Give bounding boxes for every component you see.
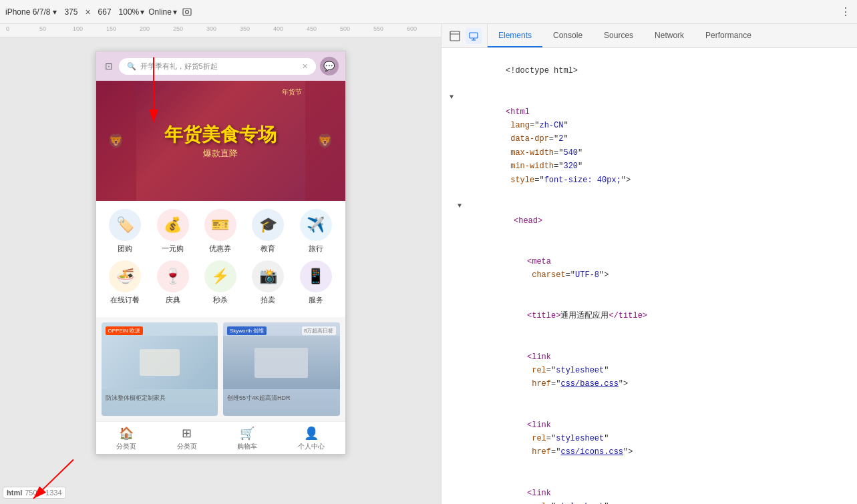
icon-circle: 🍜: [109, 260, 141, 292]
code-line-head: <head>: [442, 200, 857, 241]
icon-label: 教育: [261, 244, 275, 254]
banner-content: 年货美食专场 爆款直降: [164, 122, 277, 160]
svg-rect-5: [450, 31, 460, 41]
tab-sources[interactable]: Sources: [593, 24, 644, 47]
banner-year-text: 年货节: [282, 87, 302, 97]
ad-product-img: [140, 349, 180, 376]
tab-console[interactable]: Console: [542, 24, 593, 47]
phone-banner: 🦁 🦁 年货美食专场 爆款直降 年货节: [96, 81, 345, 201]
code-content: <head>: [466, 200, 852, 241]
height-input[interactable]: 667: [95, 7, 115, 17]
screenshot-icon[interactable]: [181, 6, 193, 18]
ad-text: 防沫整体橱柜定制家具: [106, 394, 166, 403]
phone-ads: OPPEIN 欧派 防沫整体橱柜定制家具 Skyworth 创维 8万超高日签 …: [96, 317, 345, 421]
main-area: 0 50 100 150 200 250 300 350 400 450 500…: [0, 24, 857, 504]
icon-circle: 🍷: [157, 260, 189, 292]
devtools-tab-icons: [442, 24, 488, 47]
browser-toolbar: iPhone 6/7/8 ▾ 375 × 667 100% ▾ Online ▾…: [0, 0, 857, 24]
icon-item-dingcan[interactable]: 🍜 在线订餐: [105, 260, 145, 305]
ad-badge-oppein: OPPEIN 欧派: [106, 326, 143, 335]
inspect-icon-btn[interactable]: [447, 28, 463, 44]
code-content: <html lang="zh-CN" data-dpr="2" max-widt…: [458, 91, 852, 200]
code-content: <link rel="stylesheet" href="css/base.cs…: [479, 336, 852, 405]
icon-label: 服务: [309, 295, 323, 305]
responsive-icon-btn[interactable]: [466, 28, 482, 44]
devtools-panel: Elements Console Sources Network Perform…: [441, 24, 857, 504]
icon-circle: 📸: [252, 260, 284, 292]
network-selector[interactable]: Online ▾: [148, 7, 177, 17]
search-placeholder-text: 开学季有礼，好货5折起: [140, 61, 218, 71]
icon-label: 团购: [118, 244, 132, 254]
code-line-link-base: <link rel="stylesheet" href="css/base.cs…: [442, 336, 857, 405]
icon-circle: 🎓: [252, 209, 284, 241]
nav-item-profile[interactable]: 👤 个人中心: [298, 426, 325, 451]
icon-item-paimai[interactable]: 📸 拍卖: [248, 260, 288, 305]
width-input[interactable]: 375: [61, 7, 81, 17]
icon-item-yiyuangou[interactable]: 💰 一元购: [153, 209, 193, 254]
zoom-dropdown-icon: ▾: [140, 7, 144, 17]
ad-image-area: [102, 336, 218, 389]
expand-icon[interactable]: ⊡: [103, 60, 115, 72]
icon-label: 秒杀: [213, 295, 228, 305]
device-selector[interactable]: iPhone 6/7/8 ▾: [5, 7, 57, 17]
icon-item-qingdian[interactable]: 🍷 庆典: [153, 260, 193, 305]
network-value: Online: [148, 7, 172, 17]
icon-label: 一元购: [162, 244, 184, 254]
html-dimensions: 750 × 1334: [25, 489, 61, 497]
ad-card-oppein[interactable]: OPPEIN 欧派 防沫整体橱柜定制家具: [102, 322, 218, 416]
icon-item-jiaoyu[interactable]: 🎓 教育: [248, 209, 288, 254]
phone-icons: 🏷️ 团购 💰 一元购 🎫 优惠券 🎓: [96, 201, 345, 317]
tab-performance[interactable]: Performance: [695, 24, 762, 47]
code-line-link-index: <link rel="stylesheet" href="css/index.c…: [442, 473, 857, 504]
preview-area: 0 50 100 150 200 250 300 350 400 450 500…: [0, 24, 441, 504]
nav-label: 分类页: [116, 442, 136, 451]
icon-item-youhuiquan[interactable]: 🎫 优惠券: [200, 209, 240, 254]
nav-item-home[interactable]: 🏠 分类页: [116, 426, 136, 451]
tab-elements[interactable]: Elements: [488, 24, 542, 47]
icon-label: 拍卖: [261, 295, 275, 305]
icon-item-lvxing[interactable]: ✈️ 旅行: [296, 209, 336, 254]
search-icon: 🔍: [127, 62, 136, 71]
expand-btn[interactable]: [458, 200, 466, 212]
code-content: <meta charset="UTF-8">: [479, 241, 852, 296]
search-clear-icon[interactable]: ✕: [302, 62, 308, 71]
devtools-code-view[interactable]: <!doctype html> <html lang="zh-CN" data-…: [442, 48, 857, 504]
message-icon[interactable]: 💬: [320, 57, 339, 75]
more-menu-icon[interactable]: ⋮: [840, 5, 852, 18]
ad-image-area2: [223, 336, 340, 389]
icon-item-fuwu[interactable]: 📱 服务: [296, 260, 336, 305]
icon-item-tuangou[interactable]: 🏷️ 团购: [105, 209, 145, 254]
banner-right-deco: 🦁: [305, 81, 345, 201]
code-content: <title>通用适配应用</title>: [479, 296, 852, 336]
html-tag-label: html: [7, 489, 22, 497]
nav-item-cart[interactable]: 🛒 购物车: [237, 426, 257, 451]
ruler-top: 0 50 100 150 200 250 300 350 400 450 500…: [0, 24, 441, 37]
banner-sub-text: 爆款直降: [164, 148, 277, 160]
home-icon: 🏠: [119, 426, 134, 441]
icon-label: 旅行: [309, 244, 323, 254]
svg-rect-7: [470, 33, 478, 38]
icon-circle: 🏷️: [109, 209, 141, 241]
expand-btn[interactable]: [450, 91, 458, 103]
ad-product-img2: [254, 348, 308, 378]
code-line-doctype: <!doctype html>: [442, 51, 857, 91]
phone-search-input[interactable]: 🔍 开学季有礼，好货5折起 ✕: [119, 58, 316, 75]
tab-network[interactable]: Network: [644, 24, 695, 47]
ad-card-skyworth[interactable]: Skyworth 创维 8万超高日签 创维55寸4K超高清HDR: [223, 322, 340, 416]
nav-label: 分类页: [177, 442, 197, 451]
icon-circle: 💰: [157, 209, 189, 241]
icon-circle: 📱: [300, 260, 332, 292]
banner-main-text: 年货美食专场: [164, 122, 277, 148]
nav-item-category[interactable]: ⊞ 分类页: [177, 426, 197, 451]
banner-left-deco: 🦁: [96, 81, 136, 201]
svg-point-1: [185, 10, 188, 13]
zoom-selector[interactable]: 100% ▾: [119, 7, 145, 17]
dimension-separator: ×: [85, 7, 90, 17]
icon-item-miaosha[interactable]: ⚡ 秒杀: [200, 260, 240, 305]
icon-circle: ⚡: [204, 260, 236, 292]
category-icon: ⊞: [182, 426, 192, 441]
icon-circle: ✈️: [300, 209, 332, 241]
icon-circle: 🎫: [204, 209, 236, 241]
device-name: iPhone 6/7/8: [5, 7, 50, 17]
zoom-value: 100%: [119, 7, 140, 17]
